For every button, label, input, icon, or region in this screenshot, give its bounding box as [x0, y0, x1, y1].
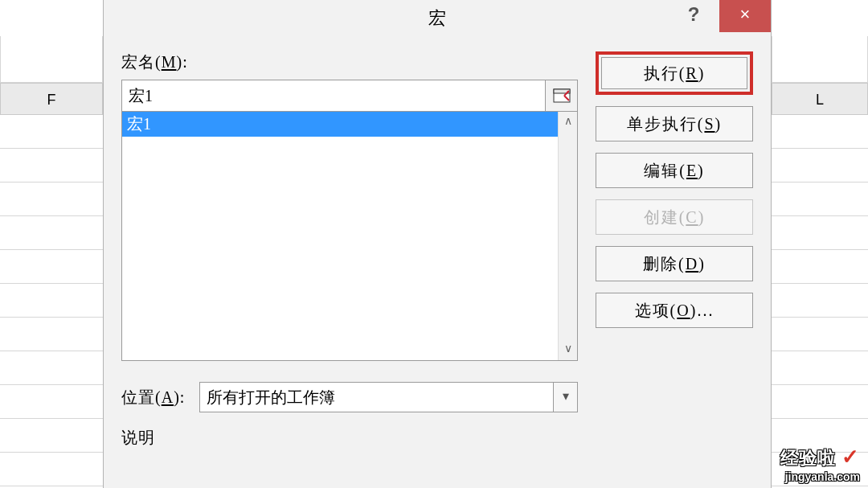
cell[interactable]	[772, 453, 868, 486]
location-label: 位置(A):	[121, 387, 185, 408]
cell[interactable]	[772, 216, 868, 250]
dialog-title: 宏	[428, 6, 446, 31]
cell[interactable]	[0, 351, 103, 385]
cell[interactable]	[772, 284, 868, 318]
btn-text: 删除(	[643, 255, 686, 273]
scroll-down-icon[interactable]: ∨	[559, 339, 577, 360]
cell[interactable]	[772, 182, 868, 216]
btn-text: )	[698, 208, 706, 226]
label-text: ):	[176, 53, 187, 71]
btn-text: )	[698, 162, 705, 179]
btn-text: 创建(	[644, 208, 686, 226]
macro-name-row	[121, 80, 578, 112]
options-button[interactable]: 选项(O)...	[596, 293, 753, 328]
cell[interactable]	[772, 115, 868, 149]
dialog-titlebar[interactable]: 宏 ? ×	[104, 0, 771, 37]
macro-dialog: 宏 ? × 宏名(M):	[103, 0, 772, 488]
btn-text: )	[715, 115, 723, 133]
cell[interactable]	[0, 284, 103, 318]
btn-hotkey: E	[686, 162, 698, 179]
cell[interactable]	[772, 318, 868, 351]
btn-text: 编辑(	[644, 162, 686, 179]
label-hotkey: A	[162, 388, 174, 406]
cell[interactable]	[0, 149, 103, 182]
cell[interactable]	[772, 149, 868, 182]
cell[interactable]	[0, 115, 103, 149]
cell[interactable]	[772, 36, 868, 83]
btn-hotkey: R	[686, 64, 698, 82]
label-text: 位置(	[121, 388, 162, 406]
cell[interactable]	[0, 36, 103, 83]
button-column: 执行(R) 单步执行(S) 编辑(E) 创建(C) 删除(D) 选项(O)...	[596, 51, 753, 455]
left-column: 宏名(M): 宏1 ∧	[121, 51, 578, 455]
macro-list-area[interactable]: 宏1	[122, 112, 558, 360]
cell[interactable]	[0, 385, 103, 419]
column-header-f[interactable]: F	[0, 83, 103, 115]
chevron-down-icon[interactable]: ▾	[553, 383, 577, 412]
cell[interactable]	[772, 385, 868, 419]
btn-text: )	[698, 255, 706, 273]
cells-right	[772, 115, 868, 485]
cell[interactable]	[0, 216, 103, 250]
delete-button[interactable]: 删除(D)	[596, 246, 753, 281]
location-select[interactable]: 所有打开的工作簿 ▾	[199, 382, 578, 412]
run-button-highlight: 执行(R)	[596, 51, 753, 95]
btn-text: 单步执行(	[627, 115, 705, 133]
close-button[interactable]: ×	[719, 0, 771, 32]
cell[interactable]	[772, 250, 868, 284]
location-value: 所有打开的工作簿	[200, 383, 553, 412]
list-item[interactable]: 宏1	[122, 112, 558, 137]
btn-text: )	[698, 64, 706, 82]
cell[interactable]	[0, 250, 103, 284]
cell[interactable]	[0, 419, 103, 453]
cell[interactable]	[0, 318, 103, 351]
label-text: ):	[174, 388, 185, 406]
run-button[interactable]: 执行(R)	[601, 57, 747, 89]
btn-hotkey: O	[677, 301, 690, 319]
edit-button[interactable]: 编辑(E)	[596, 153, 753, 188]
btn-hotkey: S	[704, 115, 714, 133]
macro-name-input[interactable]	[121, 80, 546, 112]
cell[interactable]	[0, 182, 103, 216]
label-text: 宏名(	[121, 53, 162, 71]
help-button[interactable]: ?	[671, 0, 716, 32]
close-icon: ×	[740, 4, 751, 24]
macro-name-label: 宏名(M):	[121, 51, 578, 73]
btn-text: )...	[690, 301, 714, 319]
step-button[interactable]: 单步执行(S)	[596, 106, 753, 141]
btn-text: 选项(	[635, 301, 678, 319]
cells-left	[0, 115, 103, 485]
column-header-l[interactable]: L	[772, 83, 868, 115]
label-hotkey: M	[162, 53, 177, 71]
scrollbar[interactable]: ∧ ∨	[558, 112, 577, 360]
cell[interactable]	[0, 453, 103, 486]
dialog-content: 宏名(M): 宏1 ∧	[104, 37, 771, 455]
collapse-icon	[553, 88, 571, 103]
cell[interactable]	[772, 351, 868, 385]
description-label: 说明	[121, 427, 578, 449]
macro-list[interactable]: 宏1 ∧ ∨	[121, 112, 578, 361]
location-row: 位置(A): 所有打开的工作簿 ▾	[121, 382, 578, 412]
create-button: 创建(C)	[596, 199, 753, 235]
btn-hotkey: D	[686, 255, 698, 273]
btn-hotkey: C	[686, 208, 698, 226]
collapse-button[interactable]	[546, 80, 578, 112]
cell[interactable]	[772, 419, 868, 453]
scroll-up-icon[interactable]: ∧	[559, 112, 577, 133]
btn-text: 执行(	[644, 64, 686, 82]
